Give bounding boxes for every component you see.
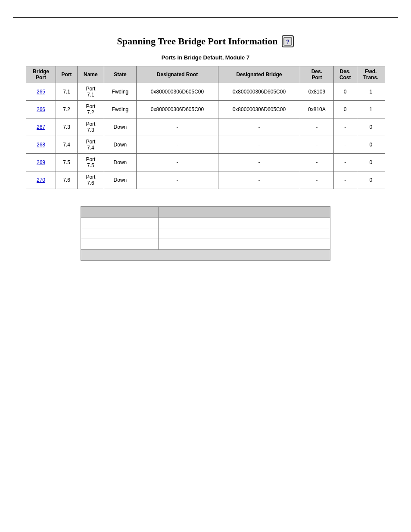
legend-row-2 xyxy=(81,228,330,239)
td-state: Down xyxy=(104,136,136,154)
td-des-root: - xyxy=(137,171,218,189)
td-des-port: - xyxy=(300,171,333,189)
td-name: Port7.2 xyxy=(78,101,104,118)
legend-header-row xyxy=(81,207,330,218)
td-port: 7.3 xyxy=(56,118,77,136)
td-state: Fwding xyxy=(104,101,136,118)
td-port: 7.1 xyxy=(56,83,77,101)
th-des-port: Des.Port xyxy=(300,66,333,83)
td-bridge-port: 265 xyxy=(26,83,56,101)
td-bridge-port: 269 xyxy=(26,154,56,171)
legend-row-3 xyxy=(81,239,330,250)
td-port: 7.6 xyxy=(56,171,77,189)
td-des-root: - xyxy=(137,118,218,136)
td-port: 7.4 xyxy=(56,136,77,154)
bridge-port-link[interactable]: 266 xyxy=(37,106,45,112)
table-row: 2677.3Port7.3Down----0 xyxy=(26,118,385,136)
td-des-cost: 0 xyxy=(333,83,357,101)
bridge-port-link[interactable]: 270 xyxy=(37,177,45,183)
table-row: 2697.5Port7.5Down----0 xyxy=(26,154,385,171)
td-des-port: 0x810A xyxy=(300,101,333,118)
td-port: 7.5 xyxy=(56,154,77,171)
td-des-root: 0x800000306D605C00 xyxy=(137,101,218,118)
legend-table xyxy=(81,206,330,261)
th-bridge-port: BridgePort xyxy=(26,66,56,83)
legend-header-col2 xyxy=(159,207,330,218)
td-des-cost: - xyxy=(333,136,357,154)
td-state: Fwding xyxy=(104,83,136,101)
td-des-bridge: - xyxy=(218,136,300,154)
td-des-port: - xyxy=(300,154,333,171)
td-des-bridge: 0x800000306D605C00 xyxy=(218,101,300,118)
legend-col1-3 xyxy=(81,239,159,250)
td-fwd-trans: 1 xyxy=(357,83,385,101)
table-row: 2657.1Port7.1Fwding0x800000306D605C000x8… xyxy=(26,83,385,101)
legend-col2-2 xyxy=(159,228,330,239)
legend-gray-full xyxy=(81,250,330,261)
td-des-cost: - xyxy=(333,171,357,189)
legend-row-1 xyxy=(81,218,330,228)
td-bridge-port: 267 xyxy=(26,118,56,136)
bridge-port-link[interactable]: 268 xyxy=(37,142,45,148)
td-name: Port7.3 xyxy=(78,118,104,136)
bridge-port-link[interactable]: 267 xyxy=(37,124,45,130)
th-port: Port xyxy=(56,66,77,83)
page-title-row: Spanning Tree Bridge Port Information ? xyxy=(26,35,385,47)
table-row: 2707.6Port7.6Down----0 xyxy=(26,171,385,189)
content-area: Spanning Tree Bridge Port Information ? … xyxy=(0,18,411,278)
main-table: BridgePort Port Name State Designated Ro… xyxy=(26,66,385,189)
legend-col1-2 xyxy=(81,228,159,239)
help-icon[interactable]: ? xyxy=(282,35,294,47)
th-name: Name xyxy=(78,66,104,83)
th-fwd-trans: Fwd.Trans. xyxy=(357,66,385,83)
td-name: Port7.4 xyxy=(78,136,104,154)
legend-row-gray xyxy=(81,250,330,261)
td-des-root: - xyxy=(137,136,218,154)
legend-col1-1 xyxy=(81,218,159,228)
table-row: 2667.2Port7.2Fwding0x800000306D605C000x8… xyxy=(26,101,385,118)
bridge-port-link[interactable]: 265 xyxy=(37,89,45,95)
td-des-bridge: - xyxy=(218,154,300,171)
svg-text:?: ? xyxy=(286,38,290,45)
td-name: Port7.1 xyxy=(78,83,104,101)
td-state: Down xyxy=(104,171,136,189)
td-state: Down xyxy=(104,154,136,171)
td-des-cost: - xyxy=(333,154,357,171)
page-title: Spanning Tree Bridge Port Information xyxy=(117,36,278,47)
page-wrapper: Spanning Tree Bridge Port Information ? … xyxy=(0,17,411,532)
table-row: 2687.4Port7.4Down----0 xyxy=(26,136,385,154)
legend-col2-1 xyxy=(159,218,330,228)
th-des-cost: Des.Cost xyxy=(333,66,357,83)
td-des-bridge: - xyxy=(218,118,300,136)
td-des-root: 0x800000306D605C00 xyxy=(137,83,218,101)
td-des-port: 0x8109 xyxy=(300,83,333,101)
td-name: Port7.5 xyxy=(78,154,104,171)
td-fwd-trans: 0 xyxy=(357,136,385,154)
td-des-port: - xyxy=(300,136,333,154)
td-des-cost: - xyxy=(333,118,357,136)
td-fwd-trans: 0 xyxy=(357,154,385,171)
td-state: Down xyxy=(104,118,136,136)
td-des-root: - xyxy=(137,154,218,171)
legend-header-col1 xyxy=(81,207,159,218)
td-bridge-port: 266 xyxy=(26,101,56,118)
td-fwd-trans: 0 xyxy=(357,171,385,189)
subtitle: Ports in Bridge Default, Module 7 xyxy=(26,54,385,61)
td-fwd-trans: 0 xyxy=(357,118,385,136)
th-des-bridge: Designated Bridge xyxy=(218,66,300,83)
bridge-port-link[interactable]: 269 xyxy=(37,159,45,165)
td-bridge-port: 270 xyxy=(26,171,56,189)
td-bridge-port: 268 xyxy=(26,136,56,154)
td-name: Port7.6 xyxy=(78,171,104,189)
td-fwd-trans: 1 xyxy=(357,101,385,118)
table-header-row: BridgePort Port Name State Designated Ro… xyxy=(26,66,385,83)
td-des-port: - xyxy=(300,118,333,136)
th-des-root: Designated Root xyxy=(137,66,218,83)
td-des-cost: 0 xyxy=(333,101,357,118)
td-des-bridge: - xyxy=(218,171,300,189)
th-state: State xyxy=(104,66,136,83)
td-port: 7.2 xyxy=(56,101,77,118)
td-des-bridge: 0x800000306D605C00 xyxy=(218,83,300,101)
legend-col2-3 xyxy=(159,239,330,250)
